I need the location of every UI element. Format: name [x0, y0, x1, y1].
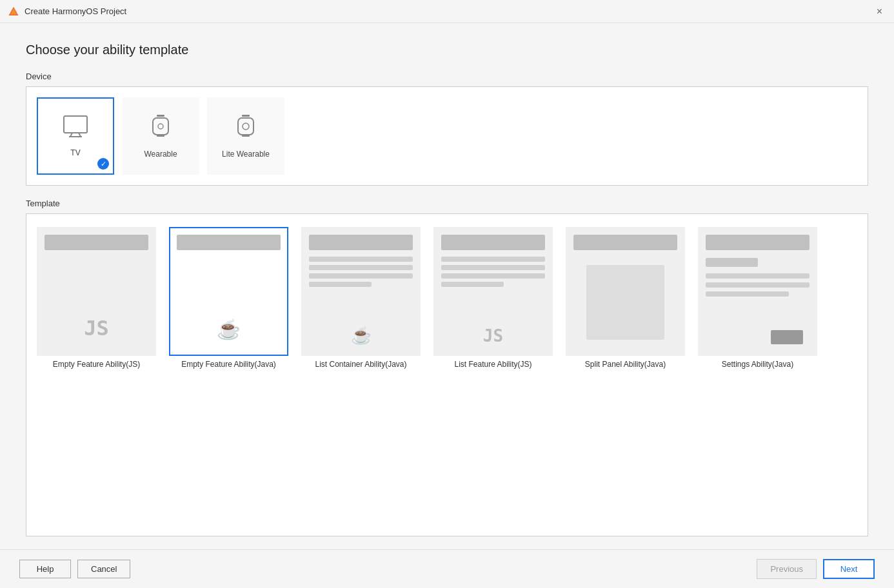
device-lite-wearable-label: Lite Wearable — [222, 150, 270, 159]
template-card-list-container-java[interactable]: ☕ — [301, 227, 421, 356]
card-body: JS — [435, 250, 551, 355]
template-grid: JS Empty Feature Ability(JS) ☕ — [37, 227, 857, 369]
js-cup-icon: JS — [483, 326, 503, 346]
template-card-empty-java[interactable]: ☕ — [169, 227, 288, 356]
footer: Help Cancel Previous Next — [0, 549, 894, 588]
js-icon: JS — [84, 316, 109, 340]
lite-wearable-icon — [235, 113, 256, 144]
title-bar-left: Create HarmonyOS Project — [8, 6, 126, 17]
page-title: Choose your ability template — [26, 43, 868, 57]
main-window: Create HarmonyOS Project × Choose your a… — [0, 0, 894, 588]
device-item-wearable[interactable]: Wearable — [122, 97, 199, 175]
card-header — [441, 235, 545, 250]
template-item-split-panel-java[interactable]: Split Panel Ability(Java) — [566, 227, 685, 369]
device-wearable-label: Wearable — [144, 150, 177, 159]
card-icon-area: ☕ — [177, 255, 281, 349]
template-item-empty-java[interactable]: ☕ Empty Feature Ability(Java) — [169, 227, 288, 369]
java-icon: ☕ — [217, 318, 241, 340]
java-cup-icon: ☕ — [351, 326, 372, 346]
window-title: Create HarmonyOS Project — [25, 6, 126, 16]
card-header — [706, 235, 810, 250]
card-line — [441, 273, 545, 279]
footer-left: Help Cancel — [19, 560, 130, 578]
card-line — [706, 273, 810, 279]
template-card-list-feature-js[interactable]: JS — [433, 227, 553, 356]
svg-point-9 — [158, 124, 163, 129]
card-btn-area — [706, 325, 810, 349]
card-line — [309, 273, 413, 279]
card-btn — [771, 330, 803, 344]
card-header — [309, 235, 413, 250]
card-line — [706, 282, 810, 288]
template-item-settings[interactable]: Settings Ability(Java) — [698, 227, 817, 369]
card-header — [45, 235, 148, 250]
svg-rect-8 — [153, 118, 168, 135]
card-header — [573, 235, 677, 250]
card-icon-area: ☕ — [309, 290, 413, 349]
template-item-list-container-java[interactable]: ☕ List Container Ability(Java) — [301, 227, 421, 369]
card-line — [309, 282, 372, 287]
template-label-list-container-java: List Container Ability(Java) — [315, 360, 406, 369]
template-section: Template JS Empty Feature — [26, 199, 868, 536]
card-line — [441, 257, 545, 262]
template-item-list-feature-js[interactable]: JS List Feature Ability(JS) — [433, 227, 553, 369]
template-label-empty-java: Empty Feature Ability(Java) — [181, 360, 276, 369]
device-tv-label: TV — [70, 148, 80, 157]
template-label-split-panel-java: Split Panel Ability(Java) — [585, 360, 666, 369]
device-item-tv[interactable]: TV ✓ — [37, 97, 114, 175]
next-button[interactable]: Next — [823, 559, 875, 579]
device-item-lite-wearable[interactable]: Lite Wearable — [207, 97, 284, 175]
tv-icon — [63, 115, 88, 143]
wearable-icon — [150, 113, 171, 144]
content-area: Choose your ability template Device TV — [0, 23, 894, 549]
app-icon — [8, 6, 19, 17]
template-label-list-feature-js: List Feature Ability(JS) — [454, 360, 531, 369]
card-body — [567, 250, 684, 355]
close-button[interactable]: × — [873, 5, 886, 19]
device-section: Device TV ✓ — [26, 72, 868, 186]
svg-rect-12 — [238, 118, 253, 135]
template-section-label: Template — [26, 199, 868, 208]
cancel-button[interactable]: Cancel — [77, 560, 130, 578]
template-label-empty-js: Empty Feature Ability(JS) — [53, 360, 140, 369]
card-line — [706, 291, 789, 297]
svg-rect-2 — [64, 116, 87, 133]
card-line — [309, 265, 413, 270]
card-icon-area: JS — [45, 255, 148, 349]
device-section-label: Device — [26, 72, 868, 81]
card-line — [441, 265, 545, 270]
card-body — [699, 250, 816, 355]
selected-check: ✓ — [97, 158, 109, 170]
footer-right: Previous Next — [757, 559, 875, 579]
template-card-settings[interactable] — [698, 227, 817, 356]
template-item-empty-js[interactable]: JS Empty Feature Ability(JS) — [37, 227, 156, 369]
help-button[interactable]: Help — [19, 560, 71, 578]
template-label-settings: Settings Ability(Java) — [722, 360, 793, 369]
card-header — [177, 235, 281, 250]
device-grid: TV ✓ Wearable — [26, 86, 868, 186]
template-card-split-panel-java[interactable] — [566, 227, 685, 356]
svg-rect-10 — [242, 115, 250, 117]
template-grid-wrapper[interactable]: JS Empty Feature Ability(JS) ☕ — [26, 213, 868, 536]
previous-button[interactable]: Previous — [757, 559, 817, 579]
title-bar: Create HarmonyOS Project × — [0, 0, 894, 23]
card-body: ☕ — [303, 250, 419, 355]
svg-rect-6 — [157, 115, 164, 117]
svg-point-13 — [243, 123, 249, 130]
card-line — [441, 282, 504, 287]
card-body: ☕ — [170, 250, 287, 355]
template-card-empty-js[interactable]: JS — [37, 227, 156, 356]
card-icon-area: JS — [441, 290, 545, 349]
card-body: JS — [38, 250, 155, 355]
card-line — [309, 257, 413, 262]
